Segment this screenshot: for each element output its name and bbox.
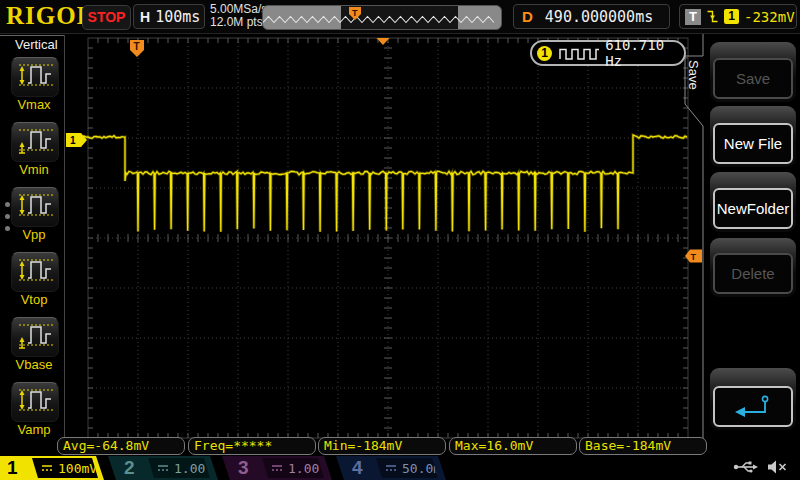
usb-icon xyxy=(733,459,759,475)
channel-4-scale: 50.0mV xyxy=(402,461,449,476)
channel-4-scale-box: 50.0mV xyxy=(372,458,438,478)
vmax-button[interactable] xyxy=(11,57,59,97)
memory-waveform-preview: T xyxy=(263,6,499,27)
channel-1-scale: 100mV xyxy=(58,461,97,476)
sidebar-title: Vertical xyxy=(12,37,61,52)
svg-text:T: T xyxy=(691,252,697,262)
channel-3-scale-box: 1.00 V xyxy=(258,458,324,478)
delay-label: D xyxy=(522,8,533,25)
channel-1-scale-box: 100mV xyxy=(28,458,98,478)
save-button[interactable]: Save xyxy=(713,58,793,99)
vpp-label: Vpp xyxy=(0,227,68,242)
menu-slot-back xyxy=(710,368,796,430)
vmax-icon xyxy=(15,61,55,93)
new-file-button[interactable]: New File xyxy=(713,123,793,164)
sidebar-top-divider xyxy=(0,35,64,36)
back-button[interactable] xyxy=(713,386,793,427)
vtop-button[interactable] xyxy=(11,252,59,292)
trigger-box: T 1 -232mV xyxy=(679,4,797,29)
channel-3-number: 3 xyxy=(238,457,249,479)
horizontal-position-strip: T xyxy=(262,5,502,30)
channel-4-number: 4 xyxy=(352,457,363,479)
channel-1-number: 1 xyxy=(7,457,18,479)
dc-coupling-icon xyxy=(271,463,283,473)
delay-box: D 490.000000ms xyxy=(513,4,670,29)
svg-text:T: T xyxy=(134,41,140,52)
dc-coupling-icon xyxy=(157,463,169,473)
frequency-counter: 1 610.710 Hz xyxy=(530,40,686,66)
square-wave-icon xyxy=(558,46,599,61)
waveform-display: 1TT xyxy=(0,0,800,480)
channel-4-tab[interactable]: 4 50.0mV xyxy=(336,456,446,480)
vbase-label: Vbase xyxy=(0,357,68,372)
channel-2-scale-box: 1.00 V xyxy=(144,458,210,478)
channel-3-scale: 1.00 V xyxy=(288,461,335,476)
measurement-max: Max=16.0mV xyxy=(449,437,577,455)
menu-slot-newfolder: NewFolder xyxy=(710,172,796,232)
vamp-button[interactable] xyxy=(11,382,59,422)
vpp-icon xyxy=(15,191,55,223)
vamp-label: Vamp xyxy=(0,422,68,437)
measurement-avg: Avg=-64.8mV xyxy=(57,437,185,455)
vbase-button[interactable] xyxy=(11,317,59,357)
vtop-label: Vtop xyxy=(0,292,68,307)
delete-button[interactable]: Delete xyxy=(713,253,793,294)
freq-value: 610.710 Hz xyxy=(605,37,684,69)
menu-slot-newfile: New File xyxy=(710,106,796,167)
memory-depth: 12.0M pts xyxy=(210,16,267,29)
menu-title: Save xyxy=(686,60,701,90)
timebase-box: H 100ms xyxy=(133,4,205,29)
run-state-indicator: STOP xyxy=(82,5,131,30)
vtop-icon xyxy=(15,256,55,288)
vmin-icon xyxy=(15,126,55,158)
menu-slot-save: Save xyxy=(710,42,796,102)
speaker-muted-icon xyxy=(767,459,789,475)
channel-2-scale: 1.00 V xyxy=(174,461,221,476)
measurement-freq: Freq=***** xyxy=(188,437,316,455)
trigger-label: T xyxy=(685,9,701,25)
menu-page-dot xyxy=(5,214,10,219)
channel-1-tab[interactable]: 1 100mV xyxy=(0,456,104,480)
channel-status-bar: 1 100mV 2 1.00 V 3 1.00 V xyxy=(0,456,800,480)
menu-slot-delete: Delete xyxy=(710,238,796,297)
channel-3-tab[interactable]: 3 1.00 V xyxy=(222,456,332,480)
freq-channel-badge: 1 xyxy=(537,46,552,61)
trigger-level-value: -232mV xyxy=(744,9,795,25)
timebase-value: 100ms xyxy=(155,8,200,26)
trigger-source-badge: 1 xyxy=(724,9,739,24)
channel-2-number: 2 xyxy=(124,457,135,479)
timebase-label: H xyxy=(140,9,150,25)
delay-value: 490.000000ms xyxy=(545,8,653,26)
vmax-label: Vmax xyxy=(0,97,68,112)
acquisition-info: 5.00MSa/s 12.0M pts xyxy=(210,3,267,29)
vmin-label: Vmin xyxy=(0,162,68,177)
channel-2-tab[interactable]: 2 1.00 V xyxy=(108,456,218,480)
svg-text:1: 1 xyxy=(70,135,76,146)
vpp-button[interactable] xyxy=(11,187,59,227)
new-folder-button[interactable]: NewFolder xyxy=(713,188,793,229)
menu-page-dot xyxy=(5,202,10,207)
measurement-min: Min=-184mV xyxy=(318,437,446,455)
vmin-button[interactable] xyxy=(11,122,59,162)
menu-page-dot xyxy=(5,226,10,231)
dc-coupling-icon xyxy=(41,463,53,473)
dc-coupling-icon xyxy=(385,463,397,473)
return-arrow-icon xyxy=(732,394,774,420)
vbase-icon xyxy=(15,321,55,353)
status-bar: RIGOL STOP H 100ms 5.00MSa/s 12.0M pts T… xyxy=(0,0,800,34)
measurement-base: Base=-184mV xyxy=(579,437,707,455)
falling-edge-icon xyxy=(706,9,719,24)
svg-text:T: T xyxy=(352,8,358,18)
vamp-icon xyxy=(15,386,55,418)
